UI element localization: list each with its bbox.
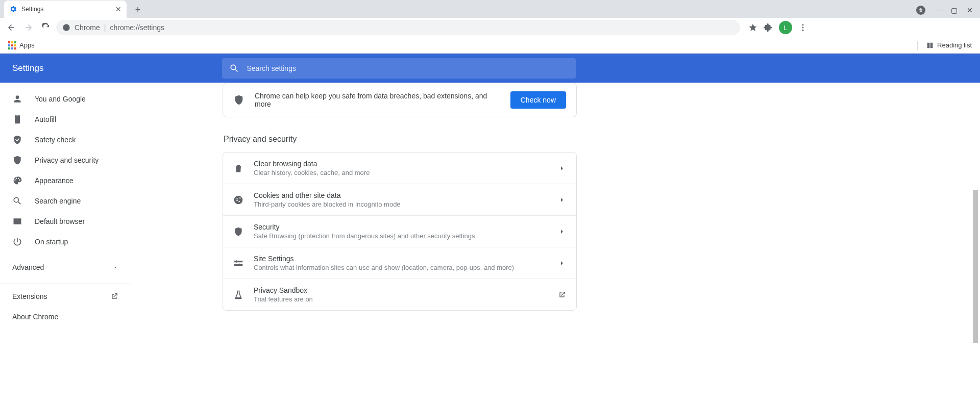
- settings-header: Settings: [0, 54, 980, 83]
- browser-window-icon: [12, 216, 22, 226]
- omnibox-origin: Chrome: [75, 23, 100, 32]
- search-icon: [12, 196, 22, 206]
- check-now-button[interactable]: Check now: [510, 91, 566, 109]
- address-bar[interactable]: Chrome | chrome://settings: [56, 20, 740, 35]
- bookmark-divider: [917, 41, 918, 50]
- browser-tab[interactable]: Settings ✕: [4, 1, 127, 18]
- open-in-new-icon: [558, 291, 566, 299]
- palette-icon: [12, 175, 22, 186]
- flask-icon: [233, 290, 243, 300]
- sidebar-divider: [0, 284, 131, 284]
- open-in-new-icon: [110, 292, 118, 300]
- row-security[interactable]: Security Safe Browsing (protection from …: [223, 215, 576, 247]
- privacy-section-title: Privacy and security: [224, 135, 577, 144]
- svg-point-3: [802, 30, 804, 31]
- chevron-right-icon: [558, 164, 566, 172]
- bookmark-star-icon[interactable]: [748, 23, 757, 32]
- tab-title: Settings: [21, 6, 111, 13]
- bookmarks-bar: Apps Reading list: [0, 37, 980, 54]
- chevron-down-icon: [112, 264, 118, 270]
- settings-favicon-icon: [9, 5, 17, 13]
- settings-body: You and Google Autofill Safety check Pri…: [0, 83, 980, 405]
- power-icon: [12, 237, 22, 247]
- sidebar-advanced-toggle[interactable]: Advanced: [0, 257, 131, 277]
- shield-icon: [233, 226, 243, 237]
- minimize-button[interactable]: —: [935, 6, 942, 14]
- sidebar-item-search-engine[interactable]: Search engine: [0, 191, 126, 211]
- back-button[interactable]: [4, 20, 18, 35]
- sidebar-about-link[interactable]: About Chrome: [0, 307, 131, 327]
- omnibox-path: chrome://settings: [110, 23, 164, 32]
- shield-icon: [233, 94, 244, 106]
- chevron-right-icon: [558, 259, 566, 267]
- sidebar-extensions-link[interactable]: Extensions: [0, 286, 131, 307]
- sidebar-item-you-and-google[interactable]: You and Google: [0, 89, 126, 109]
- svg-point-1: [802, 24, 804, 26]
- sidebar-item-on-startup[interactable]: On startup: [0, 232, 126, 252]
- close-window-button[interactable]: ✕: [967, 6, 973, 14]
- scrollbar-thumb[interactable]: [973, 190, 978, 343]
- row-cookies[interactable]: Cookies and other site data Third-party …: [223, 184, 576, 215]
- sidebar-item-appearance[interactable]: Appearance: [0, 170, 126, 191]
- chevron-right-icon: [558, 227, 566, 236]
- cookie-icon: [233, 195, 243, 205]
- row-site-settings[interactable]: Site Settings Controls what information …: [223, 247, 576, 279]
- svg-point-0: [63, 24, 69, 31]
- search-icon: [229, 63, 239, 73]
- chrome-menu-icon[interactable]: [798, 23, 807, 32]
- apps-shortcut[interactable]: Apps: [4, 39, 39, 52]
- trash-icon: [233, 163, 243, 173]
- content-scrollbar[interactable]: [972, 88, 979, 405]
- settings-app-title: Settings: [12, 63, 43, 73]
- settings-sidebar: You and Google Autofill Safety check Pri…: [0, 83, 131, 405]
- safety-check-card: Chrome can help keep you safe from data …: [223, 83, 577, 117]
- apps-grid-icon: [8, 41, 16, 49]
- account-indicator-icon[interactable]: [916, 6, 925, 15]
- extensions-icon[interactable]: [764, 23, 773, 32]
- window-controls: — ▢ ✕: [916, 6, 980, 18]
- row-privacy-sandbox[interactable]: Privacy Sandbox Trial features are on: [223, 279, 576, 310]
- profile-avatar[interactable]: L: [779, 21, 792, 34]
- clipboard-icon: [12, 114, 22, 124]
- sidebar-item-autofill[interactable]: Autofill: [0, 109, 126, 130]
- maximize-button[interactable]: ▢: [951, 6, 958, 14]
- sidebar-item-privacy[interactable]: Privacy and security: [0, 150, 126, 170]
- omnibox-separator: |: [104, 23, 106, 32]
- browser-toolbar: Chrome | chrome://settings L: [0, 18, 980, 37]
- new-tab-button[interactable]: +: [131, 3, 145, 17]
- tune-icon: [233, 258, 243, 268]
- reading-list-button[interactable]: Reading list: [922, 39, 976, 52]
- tab-close-icon[interactable]: ✕: [115, 5, 121, 13]
- shield-icon: [12, 155, 22, 165]
- safety-check-text: Chrome can help keep you safe from data …: [255, 92, 500, 108]
- sidebar-item-safety-check[interactable]: Safety check: [0, 130, 126, 150]
- person-icon: [12, 94, 22, 104]
- search-settings-box[interactable]: [222, 58, 576, 79]
- row-clear-browsing-data[interactable]: Clear browsing data Clear history, cooki…: [223, 153, 576, 184]
- reload-button[interactable]: [39, 20, 53, 35]
- sidebar-item-default-browser[interactable]: Default browser: [0, 211, 126, 232]
- settings-content: Chrome can help keep you safe from data …: [131, 83, 980, 405]
- site-info-icon[interactable]: [62, 23, 70, 32]
- browser-titlebar: Settings ✕ + — ▢ ✕: [0, 0, 980, 18]
- search-settings-input[interactable]: [247, 64, 569, 72]
- forward-button[interactable]: [21, 20, 36, 35]
- reading-list-icon: [926, 41, 934, 49]
- chevron-right-icon: [558, 196, 566, 204]
- svg-point-2: [802, 27, 804, 29]
- privacy-section-card: Clear browsing data Clear history, cooki…: [223, 152, 577, 311]
- shield-check-icon: [12, 135, 22, 145]
